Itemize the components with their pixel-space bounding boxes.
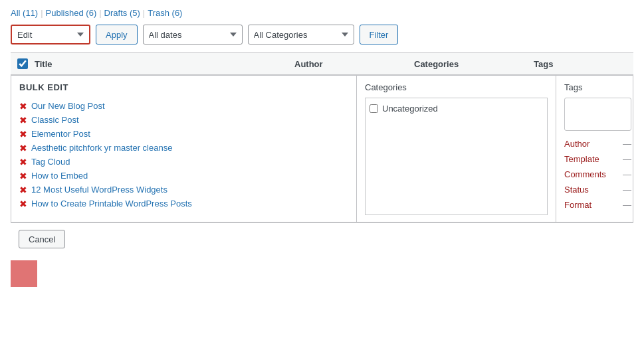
filter-trash[interactable]: Trash (6) — [148, 8, 182, 18]
field-label-status: Status — [564, 185, 617, 195]
remove-post-icon[interactable]: ✖ — [19, 199, 27, 209]
post-title[interactable]: Elementor Post — [31, 129, 90, 139]
bulk-edit-left: BULK EDIT ✖ Our New Blog Post ✖ Classic … — [11, 76, 357, 222]
field-label-comments: Comments — [564, 169, 617, 179]
bulk-edit-label: BULK EDIT — [11, 76, 356, 96]
remove-post-icon[interactable]: ✖ — [19, 185, 27, 195]
field-label-author: Author — [564, 139, 617, 149]
post-title[interactable]: Aesthetic pitchfork yr master cleanse — [31, 143, 172, 153]
list-item: ✖ Aesthetic pitchfork yr master cleanse — [11, 141, 356, 155]
col-author: Author — [294, 59, 414, 69]
field-dash-format: — — [623, 200, 631, 210]
cancel-button[interactable]: Cancel — [19, 230, 65, 248]
posts-scroll-container: ✖ Our New Blog Post ✖ Classic Post ✖ Ele… — [11, 96, 356, 222]
field-label-template: Template — [564, 154, 617, 164]
bulk-edit-right: Tags Author — Template — Comments — Stat… — [556, 76, 639, 222]
col-tags: Tags — [534, 59, 633, 69]
categories-label: Categories — [365, 82, 548, 92]
field-row-status: Status — — [564, 185, 631, 195]
remove-post-icon[interactable]: ✖ — [19, 171, 27, 181]
col-title: Title — [35, 59, 294, 69]
action-bar: Edit Move to Trash Apply All dates All C… — [11, 25, 633, 44]
remove-post-icon[interactable]: ✖ — [19, 102, 27, 111]
field-label-format: Format — [564, 200, 617, 210]
list-item: ✖ Classic Post — [11, 113, 356, 127]
tags-input[interactable] — [564, 98, 631, 131]
field-row-format: Format — — [564, 200, 631, 210]
remove-post-icon[interactable]: ✖ — [19, 157, 27, 167]
post-title[interactable]: Tag Cloud — [31, 157, 70, 167]
tags-label: Tags — [564, 82, 631, 92]
category-item: Uncategorized — [370, 102, 543, 115]
filter-links: All (11) | Published (6) | Drafts (5) | … — [11, 8, 633, 18]
filter-drafts[interactable]: Drafts (5) — [104, 8, 140, 18]
date-filter[interactable]: All dates — [143, 25, 243, 44]
page-wrapper: All (11) | Published (6) | Drafts (5) | … — [0, 0, 644, 344]
bulk-edit-panel: BULK EDIT ✖ Our New Blog Post ✖ Classic … — [11, 75, 633, 222]
bulk-edit-footer: Cancel — [11, 222, 633, 255]
field-dash-author: — — [623, 139, 631, 149]
post-title[interactable]: How to Create Printable WordPress Posts — [31, 199, 192, 209]
filter-button[interactable]: Filter — [360, 25, 399, 44]
col-categories: Categories — [414, 59, 534, 69]
field-dash-status: — — [623, 185, 631, 195]
list-item: ✖ 12 Most Useful WordPress Widgets — [11, 183, 356, 197]
post-title[interactable]: Classic Post — [31, 115, 79, 125]
filter-published[interactable]: Published (6) — [46, 8, 97, 18]
category-name: Uncategorized — [382, 104, 438, 114]
bottom-item — [11, 260, 37, 287]
post-title[interactable]: Our New Blog Post — [31, 101, 105, 111]
field-row-comments: Comments — — [564, 169, 631, 179]
field-dash-comments: — — [623, 169, 631, 179]
list-item: ✖ How to Create Printable WordPress Post… — [11, 197, 356, 211]
list-item: ✖ Elementor Post — [11, 127, 356, 141]
list-item: ✖ Our New Blog Post — [11, 99, 356, 113]
fields-container: Author — Template — Comments — Status — … — [564, 139, 631, 215]
action-select[interactable]: Edit Move to Trash — [11, 25, 90, 44]
field-row-author: Author — — [564, 139, 631, 149]
field-row-template: Template — — [564, 154, 631, 164]
table-header: Title Author Categories Tags — [11, 52, 633, 75]
list-item: ✖ How to Embed — [11, 169, 356, 183]
list-item: ✖ Tag Cloud — [11, 155, 356, 169]
apply-button[interactable]: Apply — [96, 25, 138, 44]
select-all-check[interactable] — [11, 58, 35, 69]
post-title[interactable]: 12 Most Useful WordPress Widgets — [31, 185, 167, 195]
remove-post-icon[interactable]: ✖ — [19, 116, 27, 125]
category-filter[interactable]: All Categories — [248, 25, 354, 44]
category-checkbox[interactable] — [370, 104, 378, 113]
remove-post-icon[interactable]: ✖ — [19, 143, 27, 153]
categories-list[interactable]: Uncategorized — [365, 98, 548, 215]
filter-all[interactable]: All (11) — [11, 8, 38, 18]
post-title[interactable]: How to Embed — [31, 171, 88, 181]
posts-list[interactable]: ✖ Our New Blog Post ✖ Classic Post ✖ Ele… — [11, 96, 356, 216]
remove-post-icon[interactable]: ✖ — [19, 129, 27, 139]
bulk-edit-middle: Categories Uncategorized — [357, 76, 556, 222]
field-dash-template: — — [623, 154, 631, 164]
